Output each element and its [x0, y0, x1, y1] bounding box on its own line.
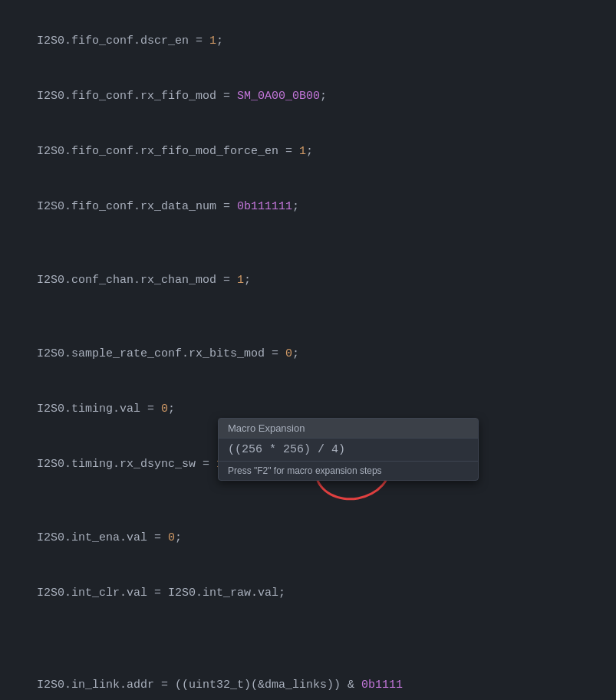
code-text: ;	[320, 90, 327, 103]
code-text: I2S0.fifo_conf.rx_fifo_mod_force_en =	[37, 145, 299, 158]
code-text: I2S0.fifo_conf.rx_fifo_mod =	[37, 90, 237, 103]
code-text: I2S0.int_clr.val = I2S0.int_raw.val;	[37, 587, 285, 600]
code-text: I2S0.conf_chan.rx_chan_mod =	[37, 274, 237, 287]
macro-popup-title: Macro Expansion	[219, 419, 478, 439]
number-literal: 1	[209, 35, 216, 48]
code-text: ;	[292, 200, 299, 213]
code-text: I2S0.sample_rate_conf.rx_bits_mod =	[37, 347, 285, 360]
code-line-16: I2S0.in_link.addr = ((uint32_t)(&dma_lin…	[9, 658, 616, 700]
macro-literal: 0b1111	[361, 679, 403, 692]
number-literal: 0	[168, 531, 175, 544]
code-text: ;	[216, 35, 223, 48]
number-literal: 1	[299, 145, 306, 158]
code-text: ;	[292, 347, 299, 360]
macro-literal: 0b111111	[237, 200, 292, 213]
code-text: I2S0.in_link.addr = ((uint32_t)(&dma_lin…	[37, 679, 361, 692]
code-line-8: I2S0.sample_rate_conf.rx_bits_mod = 0;	[9, 327, 616, 382]
code-line-11	[9, 492, 616, 511]
code-text: I2S0.timing.rx_dsync_sw =	[37, 458, 216, 471]
code-line-7	[9, 308, 616, 327]
code-text: I2S0.timing.val =	[37, 403, 161, 416]
code-line-4: I2S0.fifo_conf.rx_data_num = 0b111111;	[9, 179, 616, 235]
code-line-2: I2S0.fifo_conf.rx_fifo_mod = SM_0A00_0B0…	[9, 69, 616, 124]
macro-expansion-popup: Macro Expansion ((256 * 256) / 4) Press …	[218, 418, 479, 481]
number-literal: 1	[237, 274, 244, 287]
code-text: ;	[175, 531, 182, 544]
code-text: ;	[244, 274, 251, 287]
macro-literal: SM_0A00_0B00	[237, 90, 320, 103]
code-line-5	[9, 235, 616, 253]
code-text: I2S0.int_ena.val =	[37, 531, 168, 544]
code-line-12: I2S0.int_ena.val = 0;	[9, 511, 616, 566]
code-text: ;	[306, 145, 313, 158]
code-line-15	[9, 639, 616, 658]
code-line-14	[9, 621, 616, 639]
code-line-13: I2S0.int_clr.val = I2S0.int_raw.val;	[9, 566, 616, 621]
code-editor: I2S0.fifo_conf.dscr_en = 1; I2S0.fifo_co…	[0, 0, 616, 700]
code-text: I2S0.fifo_conf.dscr_en =	[37, 35, 209, 48]
code-line-6: I2S0.conf_chan.rx_chan_mod = 1;	[9, 253, 616, 308]
code-text: I2S0.fifo_conf.rx_data_num =	[37, 200, 237, 213]
macro-popup-content: ((256 * 256) / 4)	[219, 439, 478, 461]
code-text: ;	[168, 403, 175, 416]
code-line-3: I2S0.fifo_conf.rx_fifo_mod_force_en = 1;	[9, 124, 616, 179]
macro-popup-hint: Press "F2" for macro expansion steps	[219, 461, 478, 480]
number-literal: 0	[161, 403, 168, 416]
number-literal: 0	[285, 347, 292, 360]
code-line-1: I2S0.fifo_conf.dscr_en = 1;	[9, 14, 616, 69]
